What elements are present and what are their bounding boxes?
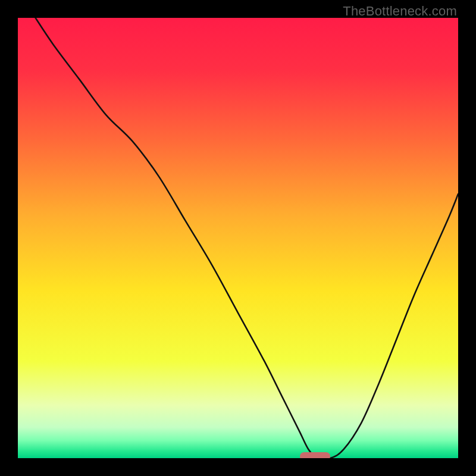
optimal-marker [300, 452, 331, 458]
gradient-background [18, 18, 458, 458]
watermark-label: TheBottleneck.com [343, 4, 457, 19]
plot-area [18, 18, 458, 458]
svg-rect-0 [18, 18, 458, 458]
chart-frame: TheBottleneck.com [0, 0, 476, 476]
